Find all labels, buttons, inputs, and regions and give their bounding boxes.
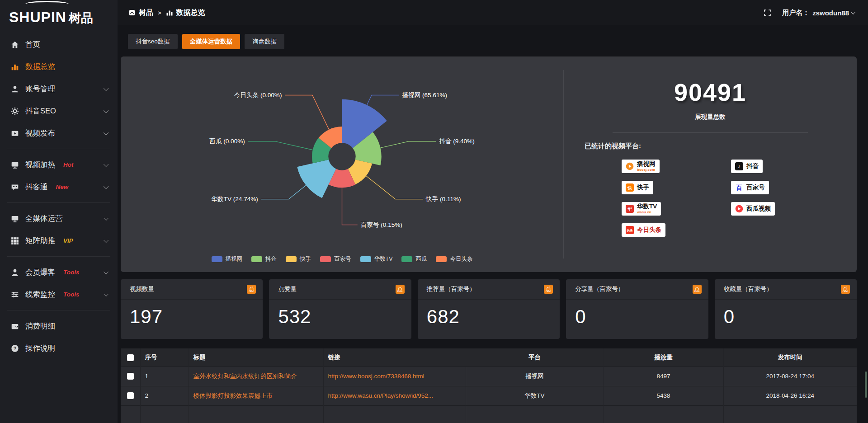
stat-card-header: 点赞量总 xyxy=(269,279,411,300)
cell-index: 2 xyxy=(140,386,189,405)
sidebar-item-tag: Hot xyxy=(63,161,74,168)
legend-item-百家号[interactable]: 百家号 xyxy=(320,255,351,263)
legend-marker xyxy=(401,256,412,262)
total-badge[interactable]: 总 xyxy=(841,285,850,294)
pie-label: 百家号 (0.15%) xyxy=(361,221,402,228)
logo-text-en: SHUPIN xyxy=(9,10,66,24)
home-icon xyxy=(11,41,19,49)
sidebar-item-home[interactable]: 首页 xyxy=(0,33,118,56)
omni-media-icon xyxy=(11,215,19,223)
legend-item-播视网[interactable]: 播视网 xyxy=(212,255,243,263)
cell-link[interactable]: http://www.wasu.cn/Play/show/id/952... xyxy=(323,386,466,405)
sidebar-item-consume-detail[interactable]: 消费明细 xyxy=(0,315,118,337)
cell-link[interactable]: http://www.boosj.com/7338468.html xyxy=(323,367,466,386)
legend-item-快手[interactable]: 快手 xyxy=(286,255,311,263)
select-all-checkbox[interactable] xyxy=(127,354,134,361)
platform-badge-boosj[interactable]: 播视网boosj.com xyxy=(622,160,660,173)
platform-badge-douyin[interactable]: ♪抖音 xyxy=(731,160,763,173)
fullscreen-icon[interactable] xyxy=(764,9,771,17)
app-root: SHUPIN 树品 首页数据总览账号管理抖音SEO视频发布视频加热Hot抖客通N… xyxy=(0,0,868,423)
pie-label-line xyxy=(261,185,306,199)
pie-label-line xyxy=(367,95,399,105)
breadcrumb-root[interactable]: 树品 xyxy=(139,8,153,18)
username-value: zswodun88 xyxy=(812,9,849,17)
sidebar-item-label: 视频发布 xyxy=(25,128,55,138)
pie-slice-华数TV[interactable] xyxy=(297,160,336,198)
cell-platform: 播视网 xyxy=(466,367,604,386)
douyin-logo-icon: ♪ xyxy=(735,162,743,170)
column-header: 序号 xyxy=(140,348,189,367)
sidebar-item-omni-media[interactable]: 全媒体运营 xyxy=(0,207,118,230)
total-badge[interactable]: 总 xyxy=(693,285,702,294)
svg-text:百: 百 xyxy=(736,184,742,191)
chevron-down-icon xyxy=(104,215,108,220)
sidebar-item-member-baoke[interactable]: 会员爆客Tools xyxy=(0,261,118,283)
sidebar-item-label: 账号管理 xyxy=(25,84,55,94)
total-display-label: 展现量总数 xyxy=(695,113,726,121)
operation-guide-icon: ? xyxy=(11,344,19,352)
tab-omni-media-data[interactable]: 全媒体运营数据 xyxy=(182,34,241,49)
stat-card-header: 推荐量（百家号）总 xyxy=(418,279,560,300)
legend-item-抖音[interactable]: 抖音 xyxy=(251,255,277,263)
table-row: 2楼体投影灯投影效果震撼上市http://www.wasu.cn/Play/sh… xyxy=(121,386,857,405)
cell-title[interactable]: 室外水纹灯和室内水纹灯的区别和简介 xyxy=(189,367,323,386)
user-menu[interactable]: 用户名：zswodun88 xyxy=(782,9,855,17)
platform-badge-kuaishou[interactable]: 快快手 xyxy=(622,181,653,194)
platform-name: 百家号 xyxy=(746,184,765,191)
app-logo[interactable]: SHUPIN 树品 xyxy=(0,0,118,27)
scrollbar-thumb[interactable] xyxy=(865,371,867,398)
stat-card-title: 点赞量 xyxy=(278,285,297,293)
row-checkbox[interactable] xyxy=(127,373,134,380)
breadcrumb-current[interactable]: 数据总览 xyxy=(176,8,205,18)
platform-badge-baijiahao[interactable]: 百百家号 xyxy=(731,181,769,194)
platform-name: 快手 xyxy=(637,184,649,191)
legend-item-西瓜[interactable]: 西瓜 xyxy=(401,255,427,263)
sidebar-item-matrix-boost[interactable]: 矩阵助推VIP xyxy=(0,230,118,252)
chevron-down-icon xyxy=(104,237,108,242)
sidebar-item-douketong[interactable]: 抖客通New xyxy=(0,176,118,198)
column-header: 播放量 xyxy=(604,348,723,367)
douyin-seo-icon xyxy=(11,107,19,115)
cell-platform: 华数TV xyxy=(466,386,604,405)
chevron-down-icon xyxy=(104,130,108,135)
total-badge[interactable]: 总 xyxy=(247,285,256,294)
kuaishou-logo-icon: 快 xyxy=(626,183,634,192)
row-checkbox[interactable] xyxy=(127,392,134,399)
pie-label-line xyxy=(366,176,423,199)
platform-badge-wasu[interactable]: 华华数TVwasu.cn xyxy=(622,202,661,216)
content: 抖音seo数据全媒体运营数据询盘数据 播视网 (65.61%)抖音 (9.40%… xyxy=(118,25,868,423)
pie-label-line xyxy=(380,141,436,148)
chart-legend: 播视网抖音快手百家号华数TV西瓜今日头条 xyxy=(121,249,563,272)
stat-card-header: 视频数量总 xyxy=(121,279,263,300)
sidebar-item-clue-monitor[interactable]: 线索监控Tools xyxy=(0,283,118,306)
stat-card-like-count: 点赞量总532 xyxy=(269,279,411,339)
chart-area: 播视网 (65.61%)抖音 (9.40%)快手 (0.11%)百家号 (0.1… xyxy=(121,56,563,272)
legend-item-华数TV[interactable]: 华数TV xyxy=(360,255,393,263)
summary-panel: 90491 展现量总数 已统计的视频平台: 播视网boosj.com♪抖音快快手… xyxy=(564,56,857,272)
total-badge[interactable]: 总 xyxy=(396,285,405,294)
chevron-down-icon xyxy=(104,269,108,274)
sidebar-item-label: 线索监控 xyxy=(25,290,55,300)
pie-label-line xyxy=(285,95,329,130)
tab-inquiry-data[interactable]: 询盘数据 xyxy=(245,34,284,49)
sidebar-item-account-management[interactable]: 账号管理 xyxy=(0,78,118,100)
sidebar-item-label: 操作说明 xyxy=(25,343,55,353)
sidebar-item-video-heating[interactable]: 视频加热Hot xyxy=(0,154,118,176)
overview-panel: 播视网 (65.61%)抖音 (9.40%)快手 (0.11%)百家号 (0.1… xyxy=(121,56,857,272)
tab-douyin-seo-data[interactable]: 抖音seo数据 xyxy=(128,34,178,49)
menu-divider xyxy=(7,149,110,149)
topbar: 树品 > 数据总览 用户名：zswodun88 xyxy=(118,0,868,25)
legend-marker xyxy=(286,256,297,262)
platform-badge-xigua[interactable]: 西瓜视频 xyxy=(731,202,775,216)
sidebar-item-video-publish[interactable]: 视频发布 xyxy=(0,122,118,144)
rose-pie-chart[interactable]: 播视网 (65.61%)抖音 (9.40%)快手 (0.11%)百家号 (0.1… xyxy=(121,56,563,249)
legend-marker xyxy=(360,256,371,262)
legend-item-今日头条[interactable]: 今日头条 xyxy=(436,255,472,263)
sidebar-item-douyin-seo[interactable]: 抖音SEO xyxy=(0,100,118,122)
menu-divider xyxy=(7,310,110,310)
sidebar-item-operation-guide[interactable]: ?操作说明 xyxy=(0,337,118,359)
sidebar-item-data-overview[interactable]: 数据总览 xyxy=(0,56,118,78)
total-badge[interactable]: 总 xyxy=(544,285,553,294)
cell-title[interactable]: 楼体投影灯投影效果震撼上市 xyxy=(189,386,323,405)
platform-badge-toutiao[interactable]: 头条今日头条 xyxy=(622,223,665,237)
